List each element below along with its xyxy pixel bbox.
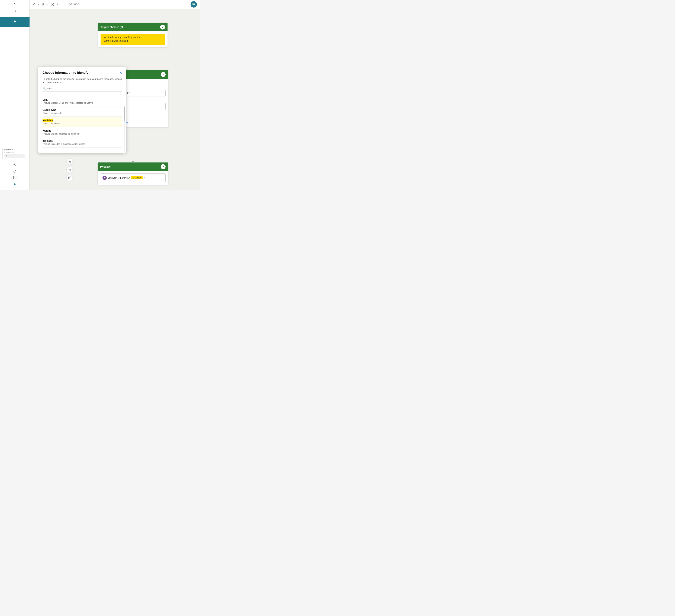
panel-description: To help the bot pick out specific inform…: [43, 77, 122, 84]
connector-line-1: [133, 48, 133, 70]
message-node: Message ··· ✓ 💬 You want to park your {x…: [98, 163, 168, 185]
choose-info-panel: Choose information to identify ✕ To help…: [38, 67, 126, 153]
panel-scrollbar: [124, 105, 125, 158]
message-end: ?: [144, 177, 145, 179]
question-node-check: ✓: [161, 72, 166, 77]
question-node-menu[interactable]: ···: [156, 73, 159, 76]
item-desc: Prebuilt, Weight, extracted as a number: [43, 133, 122, 135]
info-icon[interactable]: ⓘ: [41, 2, 44, 6]
list-item-vehicles[interactable]: vehicles Closed List; items: 2: [43, 117, 122, 127]
message-node-menu[interactable]: ···: [156, 165, 159, 168]
variable-control[interactable]: {x}: [66, 175, 73, 181]
back-arrow-icon: ←: [64, 2, 67, 6]
flag-icon: ⚑: [13, 20, 16, 24]
page-title: parking: [69, 2, 79, 6]
message-node-header: Message ··· ✓: [98, 163, 168, 171]
comment-icon[interactable]: 🗨: [46, 3, 49, 6]
user-avatar: MA: [191, 1, 197, 8]
send-icon[interactable]: ➤: [13, 182, 16, 186]
panel-search: 🔍: [43, 87, 122, 92]
item-desc: Prebuilt, Zip codes in the standard US f…: [43, 143, 122, 145]
chevron-right-icon: ›: [162, 105, 163, 108]
scroll-up-indicator[interactable]: ▲: [43, 92, 122, 96]
trigger-node: Trigger Phrases (2) ··· ✓ i want to leav…: [98, 23, 167, 47]
trigger-node-body: i want to leave my something outside i w…: [98, 31, 167, 47]
toolbar-icons: ↶ ▾ ⓘ 🗨 {x} ↗: [33, 2, 59, 6]
message-icon: 💬: [102, 176, 107, 180]
list-item[interactable]: Zip code Prebuilt, Zip codes in the stan…: [43, 138, 122, 148]
message-var: {x} vehicle: [131, 176, 143, 179]
message-text: You want to park your: [108, 177, 130, 179]
message-node-check: ✓: [161, 164, 166, 169]
refresh-icon[interactable]: ↺: [13, 9, 16, 13]
trigger-phrase-2: i want to park something: [103, 39, 163, 43]
back-button[interactable]: ← parking: [64, 2, 79, 6]
connector-dot: [132, 161, 134, 163]
clock-control[interactable]: ◷: [66, 167, 73, 173]
item-title: Usage Type: [43, 108, 122, 111]
target-control[interactable]: ◎: [66, 159, 73, 165]
item-title-vehicles: vehicles: [43, 119, 53, 122]
canvas-content: Trigger Phrases (2) ··· ✓ i want to leav…: [29, 9, 200, 190]
item-title: Zip code: [43, 140, 122, 142]
item-title: Weight: [43, 129, 122, 132]
chat-preview: park my car 2 minutes ago ?: [2, 147, 27, 160]
trigger-node-header: Trigger Phrases (2) ··· ✓: [98, 23, 167, 31]
panel-scrollbar-thumb: [124, 107, 125, 121]
panel-close-button[interactable]: ✕: [119, 71, 122, 75]
variable-toolbar-icon[interactable]: {x}: [51, 3, 54, 6]
chat-timestamp: 2 minutes ago: [4, 151, 25, 153]
message-node-title: Message: [100, 165, 110, 168]
toolbar: ↶ ▾ ⓘ 🗨 {x} ↗ ← parking MA: [29, 0, 200, 9]
list-item[interactable]: Weight Prebuilt, Weight, extracted as a …: [43, 127, 122, 138]
connector-line-2: [133, 149, 133, 162]
message-node-body: 💬 You want to park your {x} vehicle ?: [98, 171, 168, 185]
item-desc: Prebuilt, Website URLs and links, extrac…: [43, 102, 122, 104]
trigger-phrase-1: i want to leave my something outside: [103, 35, 163, 39]
item-desc-vehicles: Closed List; items: 2: [43, 122, 122, 125]
search-icon: 🔍: [43, 87, 46, 90]
chat-text: park my car: [4, 149, 25, 151]
trigger-node-menu[interactable]: ···: [155, 25, 158, 29]
panel-title: Choose information to identify: [43, 71, 88, 75]
chat-question: ?: [4, 154, 25, 158]
trigger-node-title: Trigger Phrases (2): [100, 26, 123, 28]
close-button[interactable]: ×: [14, 2, 16, 6]
search-input[interactable]: [47, 87, 122, 90]
panel-list: ▲ URL Prebuilt, Website URLs and links, …: [43, 92, 122, 149]
trigger-phrases: i want to leave my something outside i w…: [100, 34, 165, 45]
undo-icon[interactable]: ↶: [33, 3, 35, 6]
panel-header: Choose information to identify ✕: [43, 71, 122, 75]
chart-icon[interactable]: ↗: [56, 3, 59, 6]
list-item[interactable]: URL Prebuilt, Website URLs and links, ex…: [43, 96, 122, 106]
item-title: URL: [43, 98, 122, 101]
canvas-controls: ◎ ◷ {x}: [66, 159, 73, 181]
dropdown-icon[interactable]: ▾: [38, 3, 39, 6]
edit-icon[interactable]: ✏: [126, 121, 128, 124]
sidebar-bottom-icons: ◎ ◷ {x} ➤: [13, 163, 16, 186]
sidebar-bottom: park my car 2 minutes ago ? ◎ ◷ {x} ➤: [0, 147, 29, 190]
item-desc: Closed List; items: 3: [43, 112, 122, 114]
variable-icon[interactable]: {x}: [13, 176, 16, 179]
clock-icon[interactable]: ◷: [13, 169, 16, 173]
trigger-node-check: ✓: [160, 24, 165, 29]
topics-tab[interactable]: ⚑: [0, 17, 29, 27]
list-item[interactable]: Usage Type Closed List; items: 3: [43, 106, 122, 117]
sidebar: × ↺ ⋮ ⚑ park my car 2 minutes ago ? ◎ ◷ …: [0, 0, 29, 190]
message-content: 💬 You want to park your {x} vehicle ?: [100, 173, 166, 182]
scroll-down-indicator[interactable]: ▼: [43, 148, 122, 149]
target-icon[interactable]: ◎: [13, 163, 16, 167]
toolbar-right: MA: [191, 1, 197, 8]
main-canvas: ↶ ▾ ⓘ 🗨 {x} ↗ ← parking MA Trigger Phras…: [29, 0, 200, 190]
